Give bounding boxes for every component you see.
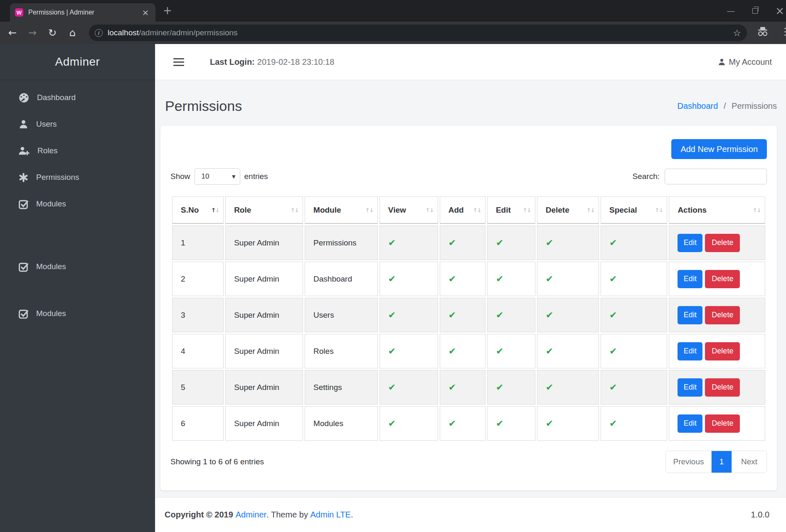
check-icon: ✔ xyxy=(609,274,617,284)
column-label: Special xyxy=(609,206,637,214)
cell-sno: 1 xyxy=(172,226,224,260)
my-account-label: My Account xyxy=(729,57,772,67)
search-label: Search: xyxy=(633,172,660,181)
check-icon: ✔ xyxy=(546,418,553,429)
user-plus-icon xyxy=(18,146,30,156)
check-icon: ✔ xyxy=(388,346,396,356)
sidebar-item-modules[interactable]: Modules xyxy=(0,195,155,213)
column-label: Role xyxy=(234,206,251,214)
bookmark-star-icon[interactable]: ☆ xyxy=(733,28,741,38)
sidebar-item-roles[interactable]: Roles xyxy=(0,142,155,160)
column-header-module[interactable]: Module↑↓ xyxy=(305,196,378,224)
cell-module: Users xyxy=(305,298,378,332)
pagination-next[interactable]: Next xyxy=(732,451,766,473)
edit-button[interactable]: Edit xyxy=(678,270,702,288)
sidebar-item-label: Modules xyxy=(36,262,66,271)
column-label: S.No xyxy=(181,206,199,214)
table-row: 6 Super Admin Modules ✔ ✔ ✔ ✔ ✔ EditDele… xyxy=(172,406,765,441)
delete-button[interactable]: Delete xyxy=(705,378,740,397)
restore-icon[interactable] xyxy=(752,8,758,14)
new-tab-icon[interactable]: + xyxy=(163,5,172,16)
column-label: Actions xyxy=(678,206,707,214)
column-header-sno[interactable]: S.No↑↓ xyxy=(172,196,224,224)
check-square-icon xyxy=(18,199,29,209)
delete-button[interactable]: Delete xyxy=(705,270,740,288)
hamburger-icon[interactable] xyxy=(173,58,184,66)
showing-entries-text: Showing 1 to 6 of 6 entries xyxy=(170,457,264,466)
entries-label: entries xyxy=(244,172,268,181)
permissions-card: Add New Permission Show 10 ▼ entries Sea… xyxy=(160,126,777,490)
pagination-previous[interactable]: Previous xyxy=(666,451,712,473)
sidebar-item-label: Modules xyxy=(36,309,66,318)
check-icon: ✔ xyxy=(546,346,553,356)
sidebar-item-modules[interactable]: Modules xyxy=(0,257,155,276)
edit-button[interactable]: Edit xyxy=(678,414,702,433)
column-header-edit[interactable]: Edit↑↓ xyxy=(487,196,535,224)
forward-icon[interactable]: → xyxy=(22,27,42,39)
permissions-table: S.No↑↓ Role↑↓ Module↑↓ View↑↓ Add↑↓ Edit… xyxy=(170,195,767,442)
page-title: Permissions xyxy=(165,98,242,114)
column-header-special[interactable]: Special↑↓ xyxy=(601,196,667,224)
minimize-icon[interactable]: — xyxy=(727,6,735,16)
sidebar-item-label: Permissions xyxy=(36,173,79,182)
delete-button[interactable]: Delete xyxy=(705,342,740,360)
check-icon: ✔ xyxy=(609,346,617,356)
pagination-page-1[interactable]: 1 xyxy=(712,451,732,473)
page-content: Permissions Dashboard / Permissions Add … xyxy=(155,80,786,497)
tab-close-icon[interactable]: × xyxy=(140,7,150,17)
column-header-delete[interactable]: Delete↑↓ xyxy=(537,196,599,224)
info-icon[interactable]: i xyxy=(95,29,103,37)
edit-button[interactable]: Edit xyxy=(678,234,702,252)
reload-icon[interactable]: ↻ xyxy=(42,27,62,39)
edit-button[interactable]: Edit xyxy=(678,306,702,324)
tab-strip: W Permissions | Adminer × + — × xyxy=(0,0,786,22)
last-login-label: Last Login: xyxy=(210,57,255,66)
my-account-link[interactable]: My Account xyxy=(718,57,772,67)
breadcrumb-dashboard-link[interactable]: Dashboard xyxy=(678,101,718,110)
delete-button[interactable]: Delete xyxy=(705,234,740,252)
check-icon: ✔ xyxy=(546,238,553,248)
cell-module: Settings xyxy=(305,370,378,405)
sort-icons: ↑↓ xyxy=(291,207,298,213)
sidebar-item-dashboard[interactable]: Dashboard xyxy=(0,88,155,107)
column-header-role[interactable]: Role↑↓ xyxy=(225,196,303,224)
table-row: 4 Super Admin Roles ✔ ✔ ✔ ✔ ✔ EditDelete xyxy=(172,334,765,368)
breadcrumb-separator: / xyxy=(724,101,726,110)
back-icon[interactable]: ← xyxy=(2,27,22,39)
check-icon: ✔ xyxy=(388,382,396,392)
browser-tab[interactable]: W Permissions | Adminer × xyxy=(10,3,155,22)
sidebar-item-modules[interactable]: Modules xyxy=(0,304,155,323)
cell-module: Roles xyxy=(305,334,378,368)
cell-module: Permissions xyxy=(305,226,378,260)
breadcrumb: Dashboard / Permissions xyxy=(678,101,777,111)
sort-icons: ↑↓ xyxy=(753,207,761,213)
check-icon: ✔ xyxy=(448,418,456,429)
add-new-permission-button[interactable]: Add New Permission xyxy=(671,139,767,159)
footer-theme-link[interactable]: Admin LTE xyxy=(310,510,351,520)
home-icon[interactable]: ⌂ xyxy=(62,27,82,39)
edit-button[interactable]: Edit xyxy=(678,342,702,360)
window-controls: — × xyxy=(727,0,786,22)
delete-button[interactable]: Delete xyxy=(705,414,740,433)
entries-select-value: 10 xyxy=(202,172,209,181)
check-icon: ✔ xyxy=(496,418,503,429)
cell-role: Super Admin xyxy=(225,298,303,332)
close-icon[interactable]: × xyxy=(775,5,784,17)
entries-select[interactable]: 10 ▼ xyxy=(195,168,240,185)
chevron-down-icon: ▼ xyxy=(232,174,235,179)
column-header-view[interactable]: View↑↓ xyxy=(379,196,438,224)
edit-button[interactable]: Edit xyxy=(678,378,702,397)
search-input[interactable] xyxy=(665,169,767,184)
footer-brand-link[interactable]: Adminer xyxy=(236,510,266,520)
user-icon xyxy=(18,119,29,130)
column-header-actions[interactable]: Actions↑↓ xyxy=(669,196,765,224)
check-icon: ✔ xyxy=(388,274,396,284)
check-icon: ✔ xyxy=(609,310,617,320)
sidebar-item-permissions[interactable]: Permissions xyxy=(0,168,155,186)
column-header-add[interactable]: Add↑↓ xyxy=(440,196,485,224)
sidebar-item-users[interactable]: Users xyxy=(0,115,155,133)
menu-dots-icon[interactable]: ⋮ xyxy=(780,26,786,37)
column-label: Add xyxy=(448,206,464,214)
delete-button[interactable]: Delete xyxy=(705,306,740,324)
address-bar[interactable]: i localhost/adminer/admin/permissions ☆ xyxy=(89,25,747,41)
